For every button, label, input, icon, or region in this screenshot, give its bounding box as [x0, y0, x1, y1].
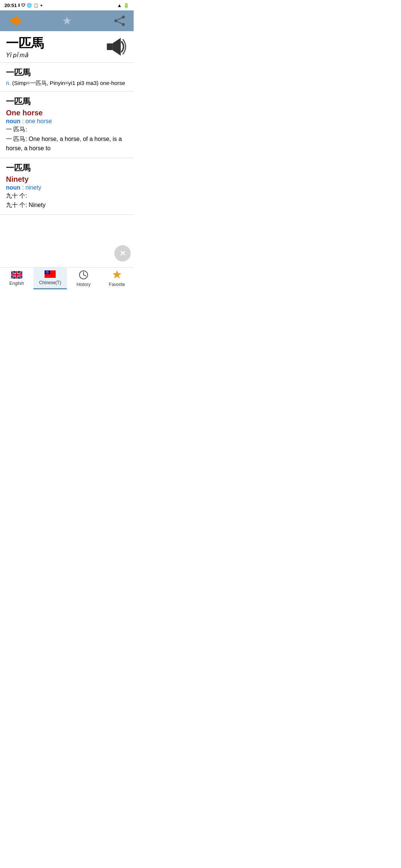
def2-pos-label: noun	[6, 118, 20, 124]
status-time: 20:51	[4, 3, 17, 8]
shield-icon: 🛡	[21, 3, 25, 7]
status-left: 20:51 ℹ 🛡 🌐 📋 ●	[4, 3, 43, 8]
content-area: 一匹馬 n. (Simp=一匹马, Pinyin=yi1 pi3 ma3) on…	[0, 63, 134, 266]
nav-item-favorite[interactable]: Favorite	[100, 267, 134, 289]
def3-line1: 九十 个:	[6, 191, 128, 201]
flag-tw-icon	[45, 270, 56, 279]
share-icon	[114, 15, 125, 27]
speaker-icon	[105, 36, 128, 58]
nav-label-favorite: Favorite	[109, 282, 125, 287]
def2-line2: 一 匹马: One horse, a horse, of a horse, is…	[6, 134, 128, 153]
def2-english-title: One horse	[6, 109, 128, 117]
battery-icon: 🔋	[123, 3, 129, 8]
def3-chinese-title: 一匹馬	[6, 162, 128, 174]
word-title-block: 一匹馬 Yī pǐ mǎ	[6, 36, 44, 59]
def2-pos-line: noun : one horse	[6, 118, 128, 125]
svg-point-0	[122, 16, 125, 19]
toolbar: ★	[0, 10, 134, 31]
def1-text: (Simp=一匹马, Pinyin=yi1 pi3 ma3) one-horse	[12, 80, 125, 86]
globe-icon: 🌐	[27, 3, 32, 8]
def3-pos-rest: : ninety	[22, 184, 42, 191]
def3-english-title: Ninety	[6, 175, 128, 184]
share-button[interactable]	[111, 13, 128, 29]
word-title: 一匹馬	[6, 36, 44, 51]
def2-chinese-title: 一匹馬	[6, 96, 128, 107]
def3-pos-label: noun	[6, 184, 20, 191]
svg-rect-15	[11, 274, 22, 276]
def1-chinese-title: 一匹馬	[6, 67, 128, 78]
star-icon: ★	[62, 15, 72, 26]
nav-label-english: English	[9, 281, 24, 286]
back-arrow-icon	[7, 16, 21, 26]
wifi-icon: ▲	[117, 3, 122, 8]
tw-flag-svg	[45, 270, 56, 278]
svg-line-4	[117, 22, 122, 24]
def1-pos: n.	[6, 80, 11, 86]
nav-item-english[interactable]: English	[0, 267, 33, 289]
nav-item-chinese-t[interactable]: Chinese(T)	[33, 267, 67, 289]
uk-flag-svg	[11, 271, 22, 279]
svg-point-2	[122, 23, 125, 26]
bottom-nav: English Chinese(T) History	[0, 267, 134, 289]
star-nav-icon	[112, 270, 122, 281]
svg-line-22	[84, 275, 86, 276]
close-icon: ✕	[120, 250, 126, 257]
clipboard-icon: 📋	[33, 3, 39, 8]
dot-icon: ●	[40, 3, 43, 7]
favorite-button[interactable]: ★	[59, 13, 75, 29]
def2-line1: 一 匹马:	[6, 125, 128, 134]
nav-label-history: History	[76, 282, 90, 287]
definition-block-2: 一匹馬 One horse noun : one horse 一 匹马: 一 匹…	[0, 92, 134, 158]
info-icon: ℹ	[18, 3, 20, 8]
close-button[interactable]: ✕	[114, 245, 131, 262]
svg-line-3	[117, 18, 122, 20]
nav-label-chinese-t: Chinese(T)	[39, 280, 61, 285]
nav-item-history[interactable]: History	[67, 267, 100, 289]
def3-line2: 九十 个: Ninety	[6, 200, 128, 210]
status-bar: 20:51 ℹ 🛡 🌐 📋 ● ▲ 🔋	[0, 0, 134, 10]
word-header: 一匹馬 Yī pǐ mǎ	[0, 31, 134, 63]
back-button[interactable]	[6, 13, 22, 29]
definition-block-3: 一匹馬 Ninety noun : ninety 九十 个: 九十 个: Nin…	[0, 158, 134, 215]
word-pinyin: Yī pǐ mǎ	[6, 52, 44, 59]
svg-marker-23	[113, 271, 121, 278]
favorite-star-svg	[112, 270, 122, 280]
status-right: ▲ 🔋	[117, 3, 129, 8]
flag-en-icon	[11, 271, 22, 280]
svg-point-1	[114, 19, 117, 22]
def1-content: n. (Simp=一匹马, Pinyin=yi1 pi3 ma3) one-ho…	[6, 80, 128, 87]
clock-icon	[79, 270, 88, 281]
definition-block-1: 一匹馬 n. (Simp=一匹马, Pinyin=yi1 pi3 ma3) on…	[0, 63, 134, 92]
def3-pos-line: noun : ninety	[6, 184, 128, 191]
history-clock-svg	[79, 270, 88, 280]
def2-pos-rest: : one horse	[22, 118, 52, 124]
svg-marker-6	[113, 38, 121, 56]
speaker-button[interactable]	[105, 36, 128, 59]
svg-rect-5	[107, 43, 113, 50]
